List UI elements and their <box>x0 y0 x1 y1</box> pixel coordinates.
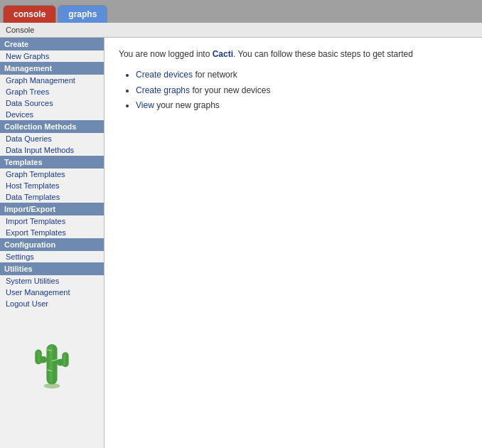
step-item-view-link: View your new graphs <box>136 98 468 114</box>
content-area: You are now logged into Cacti. You can f… <box>105 38 482 448</box>
sidebar-item-data-queries[interactable]: Data Queries <box>0 133 104 144</box>
intro-prefix: You are now logged into <box>119 49 213 59</box>
sidebar-item-devices[interactable]: Devices <box>0 109 104 120</box>
svg-point-11 <box>44 383 60 389</box>
breadcrumb: Console <box>0 23 482 38</box>
sidebar-section-utilities: Utilities <box>0 262 104 275</box>
sidebar: CreateNew GraphsManagementGraph Manageme… <box>0 38 105 448</box>
main-layout: CreateNew GraphsManagementGraph Manageme… <box>0 38 482 448</box>
sidebar-section-management: Management <box>0 62 104 75</box>
sidebar-item-data-input-methods[interactable]: Data Input Methods <box>0 144 104 156</box>
sidebar-item-data-sources[interactable]: Data Sources <box>0 97 104 109</box>
steps-list: Create devices for networkCreate graphs … <box>119 68 468 114</box>
intro-suffix: . You can follow these basic steps to ge… <box>233 49 413 59</box>
sidebar-item-settings[interactable]: Settings <box>0 251 104 262</box>
sidebar-item-graph-management[interactable]: Graph Management <box>0 75 104 86</box>
sidebar-item-new-graphs[interactable]: New Graphs <box>0 50 104 62</box>
sidebar-item-data-templates[interactable]: Data Templates <box>0 191 104 203</box>
top-tabs: console graphs <box>0 0 482 23</box>
create-devices-link-suffix: for network <box>193 70 237 80</box>
sidebar-section-templates: Templates <box>0 156 104 169</box>
svg-rect-4 <box>62 352 68 367</box>
sidebar-item-system-utilities[interactable]: System Utilities <box>0 275 104 287</box>
tab-graphs[interactable]: graphs <box>58 5 107 23</box>
view-link[interactable]: View <box>136 100 154 110</box>
brand-name: Cacti <box>213 49 233 59</box>
sidebar-item-host-templates[interactable]: Host Templates <box>0 180 104 191</box>
step-item-create-graphs-link: Create graphs for your new devices <box>136 83 468 99</box>
sidebar-section-configuration: Configuration <box>0 238 104 251</box>
svg-rect-5 <box>49 346 53 383</box>
sidebar-item-graph-trees[interactable]: Graph Trees <box>0 86 104 97</box>
view-link-suffix: your new graphs <box>154 100 220 110</box>
svg-rect-7 <box>63 353 65 366</box>
content-intro: You are now logged into Cacti. You can f… <box>119 49 468 59</box>
create-graphs-link-suffix: for your new devices <box>190 85 270 95</box>
sidebar-section-import-export: Import/Export <box>0 203 104 215</box>
sidebar-item-logout-user[interactable]: Logout User <box>0 298 104 309</box>
sidebar-section-create: Create <box>0 38 104 50</box>
sidebar-item-graph-templates[interactable]: Graph Templates <box>0 169 104 180</box>
cactus-logo <box>0 324 104 402</box>
sidebar-item-import-templates[interactable]: Import Templates <box>0 215 104 227</box>
cactus-icon <box>27 331 77 395</box>
tab-console[interactable]: console <box>3 5 56 23</box>
step-item-create-devices-link: Create devices for network <box>136 68 468 83</box>
create-devices-link[interactable]: Create devices <box>136 70 193 80</box>
sidebar-item-user-management[interactable]: User Management <box>0 287 104 298</box>
create-graphs-link[interactable]: Create graphs <box>136 85 190 95</box>
sidebar-section-collection-methods: Collection Methods <box>0 120 104 133</box>
svg-rect-6 <box>38 351 40 363</box>
sidebar-item-export-templates[interactable]: Export Templates <box>0 227 104 238</box>
